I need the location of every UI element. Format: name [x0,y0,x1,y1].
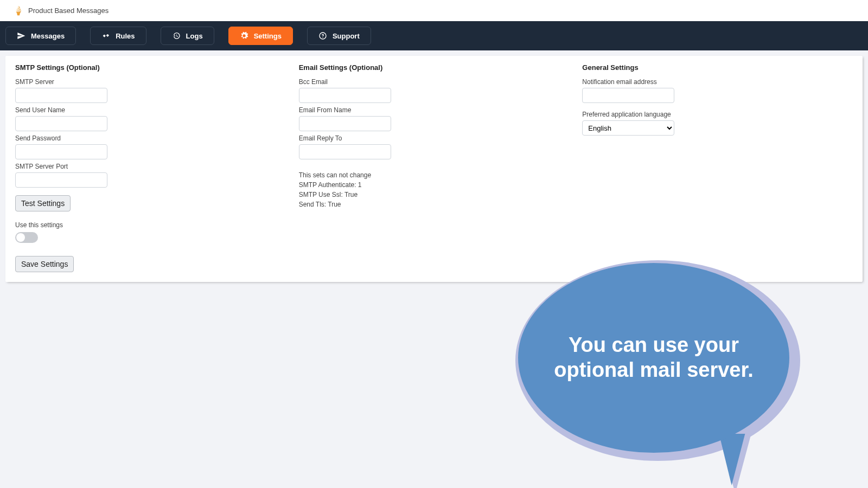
info-line-2: SMTP Authenticate: 1 [299,180,570,190]
lang-select[interactable]: English [582,120,674,136]
reply-input[interactable] [299,144,391,159]
nav-bar: Messages Rules Logs Settings Support [0,21,868,50]
app-icon: 🍦 [13,5,24,16]
smtp-user-input[interactable] [15,116,107,131]
nav-messages-label: Messages [31,32,65,40]
notif-label: Notification email address [582,78,853,86]
lang-label: Preferred application language [582,111,853,118]
email-column: Email Settings (Optional) Bcc Email Emai… [292,63,576,272]
nav-support-label: Support [333,32,360,40]
cogs-icon [240,31,248,40]
paper-plane-icon [17,31,25,40]
use-settings-toggle[interactable] [15,232,38,243]
smtp-pass-label: Send Password [15,134,286,142]
smtp-user-label: Send User Name [15,106,286,114]
use-settings-label: Use this settings [15,221,286,229]
bcc-input[interactable] [299,88,391,103]
smtp-server-label: SMTP Server [15,78,286,86]
handshake-icon [101,31,110,40]
save-settings-button[interactable]: Save Settings [15,256,74,272]
general-title: General Settings [582,63,853,72]
from-input[interactable] [299,116,391,131]
smtp-port-input[interactable] [15,172,107,188]
notif-input[interactable] [582,88,674,103]
nav-logs-label: Logs [186,32,203,40]
help-icon [318,31,327,40]
from-label: Email From Name [299,106,570,114]
smtp-server-input[interactable] [15,88,107,103]
settings-panel: SMTP Settings (Optional) SMTP Server Sen… [5,56,863,282]
callout-text: You can use your optional mail server. [518,263,789,453]
history-icon [172,31,181,40]
test-settings-button[interactable]: Test Settings [15,195,71,211]
email-title: Email Settings (Optional) [299,63,570,72]
nav-settings[interactable]: Settings [228,27,293,45]
smtp-title: SMTP Settings (Optional) [15,63,286,72]
nav-messages[interactable]: Messages [5,27,76,45]
header-bar: 🍦 Product Based Messages [0,0,868,21]
email-info: This sets can not change SMTP Authentica… [299,170,570,209]
smtp-pass-input[interactable] [15,144,107,159]
nav-settings-label: Settings [254,32,282,40]
smtp-column: SMTP Settings (Optional) SMTP Server Sen… [9,63,292,272]
info-line-1: This sets can not change [299,170,570,180]
app-title: Product Based Messages [28,7,108,15]
info-line-4: Send Tls: True [299,200,570,209]
info-line-3: SMTP Use Ssl: True [299,190,570,200]
reply-label: Email Reply To [299,134,570,142]
general-column: General Settings Notification email addr… [576,63,859,272]
nav-logs[interactable]: Logs [161,27,214,45]
nav-rules[interactable]: Rules [90,27,146,45]
smtp-port-label: SMTP Server Port [15,163,286,170]
bcc-label: Bcc Email [299,78,570,86]
nav-support[interactable]: Support [307,27,371,45]
nav-rules-label: Rules [116,32,135,40]
